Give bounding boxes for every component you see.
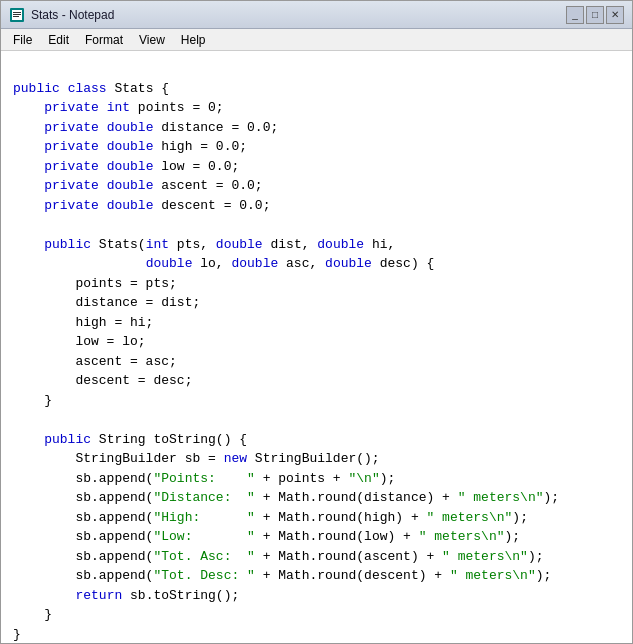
window-controls: _ □ ✕ bbox=[566, 6, 624, 24]
menu-view[interactable]: View bbox=[131, 31, 173, 49]
minimize-button[interactable]: _ bbox=[566, 6, 584, 24]
main-window: Stats - Notepad _ □ ✕ File Edit Format V… bbox=[0, 0, 633, 644]
menu-format[interactable]: Format bbox=[77, 31, 131, 49]
title-bar: Stats - Notepad _ □ ✕ bbox=[1, 1, 632, 29]
maximize-button[interactable]: □ bbox=[586, 6, 604, 24]
window-title: Stats - Notepad bbox=[31, 8, 114, 22]
svg-rect-3 bbox=[13, 14, 21, 15]
svg-rect-4 bbox=[13, 16, 19, 17]
menu-file[interactable]: File bbox=[5, 31, 40, 49]
close-button[interactable]: ✕ bbox=[606, 6, 624, 24]
svg-rect-2 bbox=[13, 12, 21, 13]
menu-bar: File Edit Format View Help bbox=[1, 29, 632, 51]
text-editor[interactable]: public class Stats { private int points … bbox=[1, 51, 632, 643]
app-icon bbox=[9, 7, 25, 23]
menu-edit[interactable]: Edit bbox=[40, 31, 77, 49]
menu-help[interactable]: Help bbox=[173, 31, 214, 49]
code-display: public class Stats { private int points … bbox=[13, 59, 620, 643]
